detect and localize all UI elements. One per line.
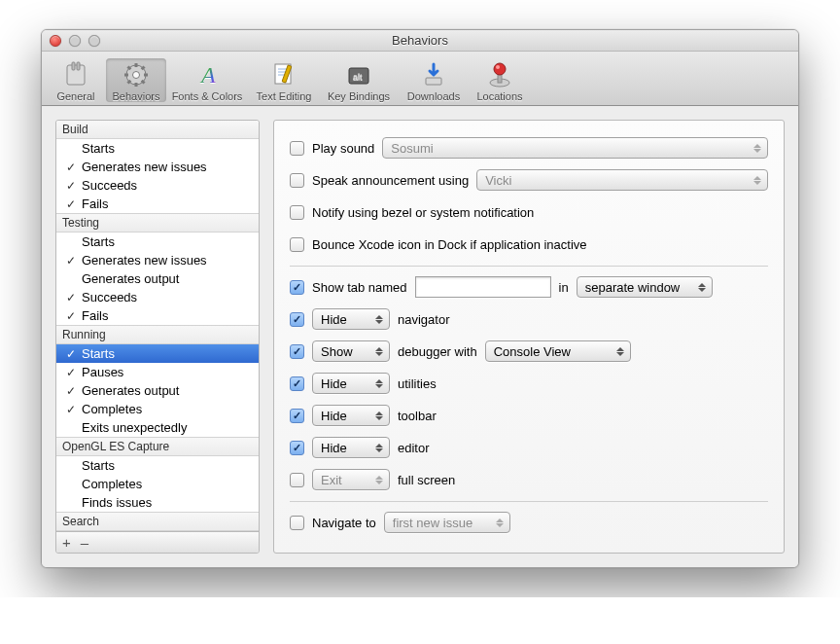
- checkmark-icon: ✓: [64, 197, 78, 211]
- navigate-to-select[interactable]: first new issue: [384, 512, 510, 533]
- toolbar: General Behaviors: [42, 52, 798, 106]
- list-item-label: Succeeds: [82, 178, 137, 193]
- list-item[interactable]: Starts: [56, 233, 259, 251]
- list-item[interactable]: Starts: [56, 139, 259, 158]
- list-item-label: Exits unexpectedly: [82, 420, 187, 435]
- list-item-label: Completes: [82, 402, 142, 416]
- list-item[interactable]: ✓Generates new issues: [56, 251, 259, 269]
- list-item[interactable]: Starts: [56, 456, 259, 475]
- svg-rect-21: [426, 78, 441, 85]
- toolbar-downloads[interactable]: Downloads: [398, 58, 470, 102]
- sidebar-footer: + –: [56, 531, 259, 553]
- toolbar-vis-row: Hide toolbar: [290, 405, 768, 426]
- fullscreen-checkbox[interactable]: [290, 473, 304, 487]
- utilities-checkbox[interactable]: [290, 376, 304, 391]
- remove-button[interactable]: –: [81, 534, 88, 551]
- fullscreen-action-select[interactable]: Exit: [312, 469, 390, 490]
- checkmark-icon: ✓: [64, 161, 78, 174]
- editor-checkbox[interactable]: [290, 441, 304, 455]
- toolbar-text-editing[interactable]: Text Editing: [248, 58, 320, 102]
- checkmark-icon: ✓: [64, 403, 78, 416]
- svg-rect-0: [67, 65, 85, 85]
- group-header: OpenGL ES Capture: [56, 437, 259, 456]
- close-icon[interactable]: [50, 35, 61, 47]
- navigate-to-checkbox[interactable]: [290, 516, 304, 530]
- zoom-icon[interactable]: [88, 35, 100, 47]
- list-item[interactable]: ✓Completes: [56, 400, 259, 418]
- list-item-label: Fails: [82, 197, 108, 211]
- fonts-colors-icon: A: [192, 60, 223, 89]
- toolbar-label: Downloads: [398, 90, 470, 102]
- toolbar-label: Key Bindings: [320, 90, 398, 102]
- checkmark-icon: ✓: [64, 254, 78, 268]
- list-item-label: Generates output: [82, 383, 179, 398]
- toolbar-key-bindings[interactable]: alt Key Bindings: [320, 58, 398, 102]
- tab-location-select[interactable]: separate window: [577, 276, 713, 298]
- group-header: Search: [56, 512, 259, 531]
- text-editing-icon: [268, 60, 299, 89]
- show-tab-row: Show tab named in separate window: [290, 276, 768, 298]
- bounce-label: Bounce Xcode icon in Dock if application…: [312, 237, 587, 252]
- list-item[interactable]: Completes: [56, 475, 259, 493]
- svg-text:A: A: [199, 62, 216, 88]
- toolbar-general[interactable]: General: [46, 58, 106, 102]
- play-sound-label: Play sound: [312, 141, 374, 156]
- list-item-label: Succeeds: [82, 290, 137, 304]
- toolbar-behaviors[interactable]: Behaviors: [106, 58, 166, 102]
- notify-checkbox[interactable]: [290, 205, 304, 220]
- utilities-action-select[interactable]: Hide: [312, 373, 390, 394]
- speak-checkbox[interactable]: [290, 173, 304, 188]
- list-item[interactable]: ✓Succeeds: [56, 176, 259, 195]
- list-item[interactable]: ✓Pauses: [56, 363, 259, 381]
- debugger-action-select[interactable]: Show: [312, 340, 390, 362]
- toolbar-label: General: [46, 90, 106, 102]
- list-item[interactable]: ✓Fails: [56, 306, 259, 325]
- debugger-view-select[interactable]: Console View: [485, 340, 631, 362]
- list-item-label: Generates new issues: [82, 253, 207, 268]
- checkmark-icon: ✓: [64, 309, 78, 323]
- svg-rect-1: [72, 62, 75, 70]
- list-item[interactable]: ✓Starts: [56, 344, 259, 363]
- list-item[interactable]: ✓Generates new issues: [56, 158, 259, 176]
- toolbar-vis-action-select[interactable]: Hide: [312, 405, 390, 426]
- svg-line-12: [142, 67, 145, 70]
- titlebar: Behaviors: [42, 30, 798, 52]
- group-header: Testing: [56, 213, 259, 233]
- list-item[interactable]: ✓Succeeds: [56, 288, 259, 306]
- list-item-label: Starts: [82, 234, 115, 249]
- key-bindings-icon: alt: [343, 60, 374, 89]
- bounce-checkbox[interactable]: [290, 237, 304, 252]
- list-item[interactable]: ✓Fails: [56, 195, 259, 213]
- navigator-checkbox[interactable]: [290, 312, 304, 327]
- svg-point-4: [133, 72, 140, 79]
- list-item[interactable]: Exits unexpectedly: [56, 418, 259, 437]
- svg-rect-2: [77, 62, 80, 70]
- preferences-window: Behaviors General: [41, 29, 799, 568]
- checkmark-icon: ✓: [64, 347, 78, 361]
- toolbar-locations[interactable]: Locations: [470, 58, 530, 102]
- navigator-action-select[interactable]: Hide: [312, 308, 390, 330]
- show-tab-checkbox[interactable]: [290, 280, 304, 295]
- toolbar-label: Locations: [470, 90, 530, 102]
- list-item[interactable]: Finds issues: [56, 493, 259, 512]
- add-button[interactable]: +: [62, 534, 71, 551]
- behavior-list[interactable]: BuildStarts✓Generates new issues✓Succeed…: [56, 121, 259, 531]
- speak-voice-select[interactable]: Vicki: [476, 169, 768, 191]
- tab-name-input[interactable]: [415, 276, 551, 298]
- svg-line-9: [128, 67, 131, 70]
- play-sound-checkbox[interactable]: [290, 141, 304, 156]
- minimize-icon[interactable]: [69, 35, 81, 47]
- general-icon: [60, 60, 91, 89]
- list-item-label: Starts: [82, 458, 115, 473]
- toolbar-fonts-colors[interactable]: A Fonts & Colors: [166, 58, 248, 102]
- editor-action-select[interactable]: Hide: [312, 437, 390, 458]
- toolbar-vis-checkbox[interactable]: [290, 409, 304, 423]
- svg-line-10: [142, 81, 145, 84]
- toolbar-label: Behaviors: [106, 90, 166, 102]
- list-item[interactable]: Generates output: [56, 269, 259, 288]
- group-header: Build: [56, 121, 259, 139]
- list-item[interactable]: ✓Generates output: [56, 381, 259, 400]
- separator: [290, 266, 768, 267]
- debugger-checkbox[interactable]: [290, 344, 304, 359]
- play-sound-select[interactable]: Sosumi: [382, 137, 768, 159]
